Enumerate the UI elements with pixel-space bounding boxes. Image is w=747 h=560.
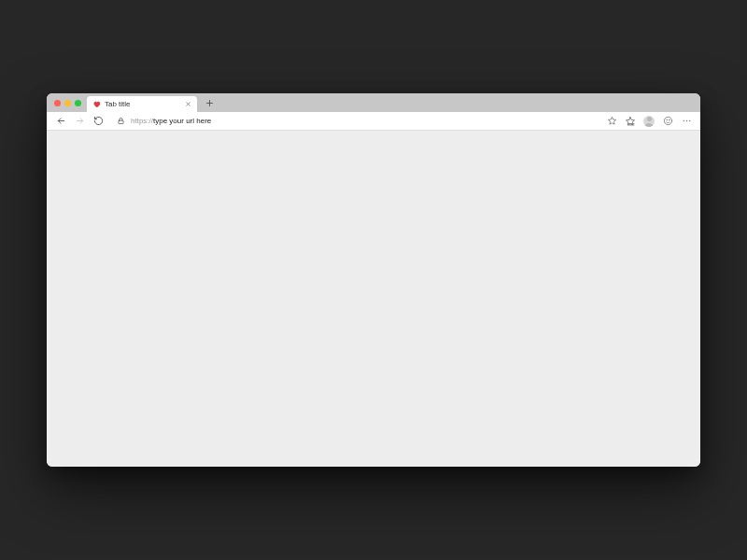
address-bar[interactable]: https://type your url here (114, 114, 596, 129)
svg-point-1 (664, 117, 671, 124)
svg-point-6 (688, 120, 689, 121)
svg-rect-0 (118, 120, 122, 123)
avatar-icon (643, 116, 655, 127)
browser-window: Tab title https (47, 93, 700, 467)
new-tab-button[interactable] (203, 96, 216, 109)
refresh-button[interactable] (90, 113, 106, 130)
feedback-button[interactable] (659, 113, 676, 130)
favorites-list-button[interactable] (622, 113, 639, 130)
address-url: type your url here (153, 117, 211, 125)
more-button[interactable] (678, 113, 695, 130)
back-button[interactable] (52, 113, 69, 130)
tab-title: Tab title (105, 100, 131, 108)
toolbar: https://type your url here (47, 112, 700, 131)
close-tab-icon[interactable] (185, 101, 191, 107)
window-controls (47, 100, 87, 106)
maximize-window-button[interactable] (75, 100, 81, 106)
favorite-button[interactable] (603, 113, 620, 130)
browser-tab[interactable]: Tab title (87, 96, 197, 112)
address-protocol: https:// (131, 117, 153, 125)
close-window-button[interactable] (54, 100, 61, 106)
lock-icon (114, 117, 127, 125)
tab-strip: Tab title (47, 93, 700, 112)
svg-point-5 (685, 120, 686, 121)
svg-point-4 (683, 120, 684, 121)
profile-button[interactable] (641, 113, 657, 130)
heart-icon (92, 100, 101, 108)
page-content (47, 131, 700, 467)
minimize-window-button[interactable] (64, 100, 71, 106)
forward-button[interactable] (71, 113, 88, 130)
toolbar-right (603, 113, 695, 130)
